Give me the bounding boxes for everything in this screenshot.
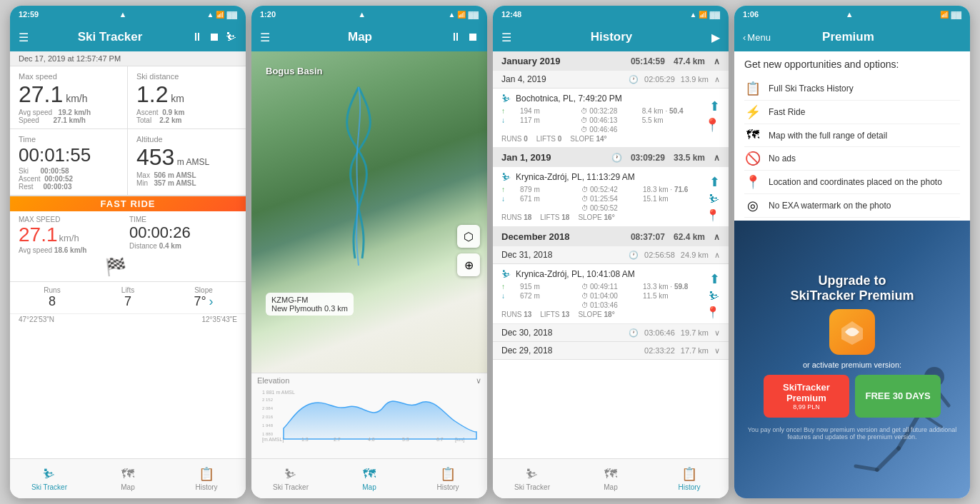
back-button[interactable]: ‹ Menu xyxy=(743,32,771,43)
ski-dist-label: Ski distance xyxy=(136,72,237,81)
feature-no-watermark: ◎ No EXA watermark on the photo xyxy=(744,194,960,218)
pause-icon-2[interactable]: ⏸ xyxy=(450,31,461,44)
fast-ride-flag-icon: 🏁 xyxy=(19,257,126,277)
k2-slope: SLOPE 18° xyxy=(578,311,614,318)
nav-map-label-2: Map xyxy=(362,483,376,491)
ski-icon-1: ⛷ xyxy=(226,31,237,44)
feature-history-text: Full Ski Tracks History xyxy=(769,84,854,94)
status-icons-2: ▲ 📶 ▓▓ xyxy=(448,11,479,19)
header-icons-1: ⏸ ⏹ ⛷ xyxy=(191,31,237,44)
svg-text:2 084: 2 084 xyxy=(262,406,274,410)
ski-session-icon-3: ⛷ xyxy=(501,268,511,280)
map-location-button[interactable]: ⊕ xyxy=(457,253,480,276)
map-background[interactable]: Bogus Basin ⬡ ⊕ KZMG-FM New Plymouth 0.3… xyxy=(251,51,487,373)
loc-icon-4: ▲ xyxy=(846,10,854,19)
svg-text:1 880: 1 880 xyxy=(262,432,274,436)
share-icon-3[interactable]: ⬆ xyxy=(709,271,720,287)
dec-time: 08:37:07 xyxy=(631,232,665,242)
history-day-dec31[interactable]: Dec 31, 2018 🕐 02:56:58 24.9 km ∧ xyxy=(493,246,729,264)
b1-slope-label: SLOPE 14° xyxy=(570,135,606,143)
max-speed-value: 27.1 km/h xyxy=(19,82,119,107)
day-jan4-label: Jan 4, 2019 xyxy=(501,74,546,84)
premium-btn-label: SkiTracker Premium xyxy=(783,382,830,403)
nav-history-1[interactable]: 📋 History xyxy=(167,459,246,498)
session-bochotnica-actions: ⬆ 📍 xyxy=(704,96,720,133)
feature-map-icon: 🗺 xyxy=(744,128,761,143)
k2-down-skidist: 11.5 km xyxy=(643,292,703,300)
jan1-clock: 🕐 xyxy=(611,153,622,163)
day-dec29-stats: 02:33:22 17.7 km ∨ xyxy=(644,346,720,356)
session-krynica1-pair: ⛷ Krynica-Zdrój, PL, 11:13:29 AM ↑ 879 m… xyxy=(501,171,720,222)
nav-history-3[interactable]: 📋 History xyxy=(650,459,729,498)
chevron-right-icon[interactable]: › xyxy=(209,294,214,309)
nav-ski-tracker-1[interactable]: ⛷ Ski Tracker xyxy=(10,459,89,498)
month-jan-dist: 47.4 km xyxy=(674,56,705,66)
ski-nav-icon-2: ⛷ xyxy=(284,467,297,482)
coords-bar: 47°22'53"N 12°35'43"E xyxy=(10,313,246,325)
dec29-dist: 17.7 km xyxy=(681,346,709,356)
play-icon-3[interactable]: ▶ xyxy=(711,31,720,44)
stop-icon-2[interactable]: ⏹ xyxy=(467,31,479,44)
nav-map-3[interactable]: 🗺 Map xyxy=(571,459,650,498)
premium-intro-text: Get new opportunities and options: xyxy=(734,51,970,74)
svg-text:1.3: 1.3 xyxy=(301,437,309,442)
session-krynica2-stats: ↑ 915 m ⏱ 00:49:11 13.3 km · 59.8 ↓ 672 … xyxy=(501,283,703,309)
menu-icon-3[interactable]: ☰ xyxy=(501,31,511,44)
history-month-jan2019[interactable]: January 2019 05:14:59 47.4 km ∧ xyxy=(493,51,729,71)
b1-extra-time: ⏱ 00:46:46 xyxy=(581,126,640,133)
month-jan-label: January 2019 xyxy=(501,56,560,66)
dec29-time: 02:33:22 xyxy=(644,346,675,356)
nav-map-1[interactable]: 🗺 Map xyxy=(89,459,167,498)
dec30-chevron: ∨ xyxy=(714,328,720,338)
share-icon-2[interactable]: ⬆ xyxy=(709,174,720,190)
up-arrow-1: ↑ xyxy=(501,107,519,115)
lifts-stat: Lifts 7 xyxy=(91,286,164,309)
ski-icon-k1[interactable]: ⛷ xyxy=(709,193,720,206)
avg-speed-row: Avg speed 19.2 km/h xyxy=(19,109,119,116)
share-icon-1[interactable]: ⬆ xyxy=(709,99,720,114)
free-trial-button[interactable]: FREE 30 DAYS xyxy=(855,375,941,418)
menu-icon-2[interactable]: ☰ xyxy=(260,31,270,44)
b1-down-skidist: 5.5 km xyxy=(642,116,701,124)
battery-icon-4: ▓▓ xyxy=(951,11,961,19)
nav-history-2[interactable]: 📋 History xyxy=(409,459,487,498)
history-day-dec29[interactable]: Dec 29, 2018 02:33:22 17.7 km ∨ xyxy=(493,342,729,360)
history-month-dec2018[interactable]: December 2018 08:37:07 62.4 km ∧ xyxy=(493,227,729,246)
k1-slope: SLOPE 16° xyxy=(578,213,614,221)
max-speed-cell: Max speed 27.1 km/h Avg speed 19.2 km/h … xyxy=(10,66,128,129)
stop-icon-1[interactable]: ⏹ xyxy=(209,31,220,44)
map-pin-icon-1[interactable]: 📍 xyxy=(704,117,720,133)
premium-cta-button[interactable]: SkiTracker Premium 8,99 PLN xyxy=(764,375,849,418)
ski-icon-k2[interactable]: ⛷ xyxy=(709,290,720,303)
nav-ski-tracker-2[interactable]: ⛷ Ski Tracker xyxy=(251,459,330,498)
elevation-collapse-icon[interactable]: ∨ xyxy=(476,376,481,385)
month-jan1-label: Jan 1, 2019 xyxy=(501,152,551,163)
jan1-time: 03:09:29 xyxy=(631,153,665,163)
svg-text:[m AMSL]: [m AMSL] xyxy=(262,437,284,443)
map-pin-icon-2[interactable]: 📍 xyxy=(706,208,720,222)
history-day-dec30[interactable]: Dec 30, 2018 🕐 03:06:46 19.7 km ∨ xyxy=(493,324,729,342)
session-bochotnica-pair: ⛷ Bochotnica, PL, 7:49:20 PM ↑ 194 m ⏱ 0… xyxy=(501,93,720,143)
month-dec-label: December 2018 xyxy=(501,231,569,242)
upgrade-line2: SkiTracker Premium xyxy=(790,288,914,303)
screen-map: 1:20 ▲ ▲ 📶 ▓▓ ☰ Map ⏸ ⏹ Bogus Basin xyxy=(251,6,487,498)
history-session-krynica1: ⛷ Krynica-Zdrój, PL, 11:13:29 AM ↑ 879 m… xyxy=(493,167,729,227)
up-arrow-2: ↑ xyxy=(501,186,519,193)
time-4: 1:06 xyxy=(743,10,759,19)
time-label: Time xyxy=(19,135,119,143)
history-day-jan4[interactable]: Jan 4, 2019 🕐 02:05:29 13.9 km ∧ xyxy=(493,71,729,89)
nav-ski-tracker-3[interactable]: ⛷ Ski Tracker xyxy=(493,459,571,498)
nav-map-2[interactable]: 🗺 Map xyxy=(330,459,409,498)
fast-ride-speed-block: MAX SPEED 27.1 km/h Avg speed 18.6 km/h xyxy=(19,216,126,254)
screen-ski-tracker: 12:59 ▲ ▲ 📶 ▓▓ ☰ Ski Tracker ⏸ ⏹ ⛷ Dec 1… xyxy=(10,6,246,498)
jan1-chevron: ∧ xyxy=(714,153,720,163)
header-2: ☰ Map ⏸ ⏹ xyxy=(251,23,487,51)
menu-icon-1[interactable]: ☰ xyxy=(19,31,29,44)
pause-icon-1[interactable]: ⏸ xyxy=(191,31,203,44)
ski-session-icon-2: ⛷ xyxy=(501,171,511,183)
feature-fast-ride-text: Fast Ride xyxy=(769,107,805,117)
map-pin-icon-3[interactable]: 📍 xyxy=(706,306,720,319)
fast-ride-time-label: TIME xyxy=(129,216,237,223)
map-layers-button[interactable]: ⬡ xyxy=(457,225,480,248)
history-month-jan1[interactable]: Jan 1, 2019 🕐 03:09:29 33.5 km ∧ xyxy=(493,148,729,167)
